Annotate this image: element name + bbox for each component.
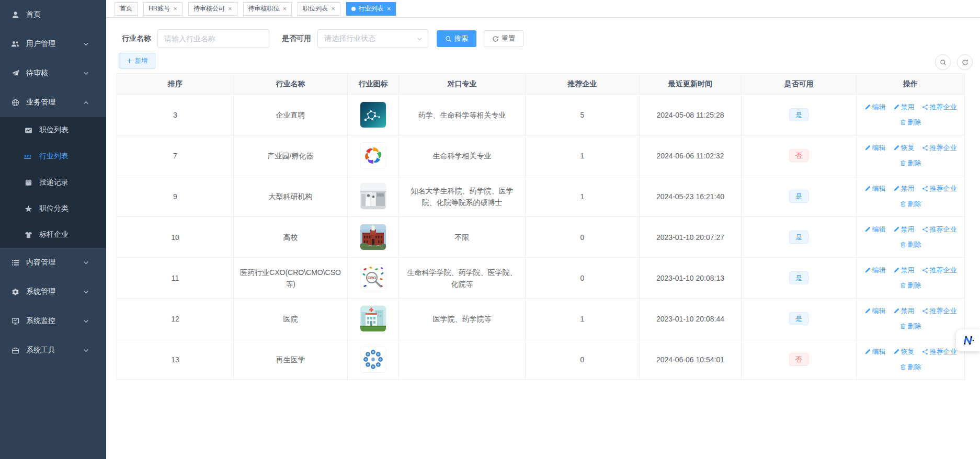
restore-link[interactable]: 恢复 (893, 346, 915, 358)
sidebar-item-system-tools[interactable]: 系统工具 (0, 336, 106, 365)
close-icon[interactable]: × (283, 5, 287, 12)
tab-pending-job[interactable]: 待审核职位× (243, 2, 292, 16)
disable-link-label: 禁用 (901, 224, 915, 235)
actions-line-1: 编辑禁用推荐企业 (863, 101, 958, 113)
actions-line-2: 删除 (863, 117, 958, 128)
refresh-table-button[interactable] (957, 54, 973, 70)
cell-recommend-count: 5 (526, 95, 640, 135)
recommend-companies-link[interactable]: 推荐企业 (922, 346, 957, 358)
sidebar-item-label: 首页 (26, 10, 41, 19)
status-label: 是否可用 (282, 34, 311, 43)
tab-home[interactable]: 首页 (115, 2, 138, 16)
tab-hr-account[interactable]: HR账号× (143, 2, 183, 16)
recommend-companies-link-label: 推荐企业 (930, 101, 957, 113)
recommend-companies-link[interactable]: 推荐企业 (922, 265, 957, 276)
cell-updated-at: 2023-01-10 20:08:13 (640, 258, 742, 299)
recommend-companies-link[interactable]: 推荐企业 (922, 305, 957, 317)
reset-button[interactable]: 重置 (484, 30, 523, 47)
toggle-search-button[interactable] (935, 54, 951, 70)
add-button[interactable]: 新增 (119, 53, 155, 68)
actions-line-2: 删除 (863, 239, 958, 250)
trash-icon (900, 364, 906, 370)
edit-link[interactable]: 编辑 (864, 142, 886, 154)
close-icon[interactable]: × (173, 5, 177, 12)
sidebar-item-system-management[interactable]: 系统管理 (0, 277, 106, 306)
sidebar-item-user-management[interactable]: 用户管理 (0, 29, 106, 59)
edit-icon (864, 186, 871, 192)
delete-link[interactable]: 删除 (900, 239, 921, 250)
edit-link[interactable]: 编辑 (864, 305, 886, 317)
delete-link-label: 删除 (908, 198, 921, 210)
tab-label: HR账号 (149, 4, 170, 13)
edit-link[interactable]: 编辑 (864, 101, 886, 113)
sidebar-item-home[interactable]: 首页 (0, 0, 106, 29)
disable-link[interactable]: 禁用 (893, 101, 915, 113)
close-icon[interactable]: × (331, 5, 335, 12)
restore-link[interactable]: 恢复 (893, 142, 915, 154)
edit-icon (893, 267, 899, 273)
disable-link[interactable]: 禁用 (893, 183, 915, 194)
recommend-companies-link[interactable]: 推荐企业 (922, 142, 957, 154)
tab-pending-company[interactable]: 待审核公司× (188, 2, 237, 16)
delete-link[interactable]: 删除 (900, 117, 921, 128)
sidebar: 首页用户管理待审核业务管理职位列表123行业列表投递记录职位分类标杆企业内容管理… (0, 0, 106, 459)
search-button-label: 搜索 (454, 34, 468, 43)
disable-link[interactable]: 禁用 (893, 224, 915, 235)
cell-recommend-count: 0 (526, 258, 640, 299)
delete-link[interactable]: 删除 (900, 198, 921, 210)
cell-major (399, 339, 526, 380)
sidebar-item-label: 业务管理 (26, 98, 55, 107)
close-icon[interactable]: × (387, 5, 391, 12)
edit-link[interactable]: 编辑 (864, 224, 886, 235)
sidebar-item-system-monitor[interactable]: 系统监控 (0, 306, 106, 336)
recommend-companies-link-label: 推荐企业 (930, 265, 957, 276)
tab-industry-list[interactable]: 行业列表× (346, 2, 396, 16)
disable-link[interactable]: 禁用 (893, 305, 915, 317)
sidebar-item-delivery-records[interactable]: 投递记录 (0, 169, 106, 196)
status-select[interactable]: 请选择行业状态 (317, 29, 428, 48)
star-icon (24, 205, 33, 213)
sidebar-item-benchmark-companies[interactable]: 标杆企业 (0, 222, 106, 248)
sidebar-menu: 首页用户管理待审核业务管理职位列表123行业列表投递记录职位分类标杆企业内容管理… (0, 0, 106, 365)
edit-link[interactable]: 编辑 (864, 346, 886, 358)
edit-link[interactable]: 编辑 (864, 265, 886, 276)
sidebar-item-pending-review[interactable]: 待审核 (0, 59, 106, 88)
users-icon (10, 40, 20, 48)
recommend-companies-link[interactable]: 推荐企业 (922, 101, 957, 113)
close-icon[interactable]: × (228, 5, 232, 12)
sidebar-item-job-list[interactable]: 职位列表 (0, 117, 106, 143)
cell-actions: 编辑禁用推荐企业删除 (857, 176, 965, 217)
disable-link[interactable]: 禁用 (893, 265, 915, 276)
sidebar-item-business-management[interactable]: 业务管理 (0, 88, 106, 117)
campus-photo (360, 224, 386, 250)
edit-link[interactable]: 编辑 (864, 183, 886, 194)
tags-view-bar: 首页HR账号×待审核公司×待审核职位×职位列表×行业列表× (106, 0, 980, 18)
delete-link[interactable]: 删除 (900, 361, 921, 373)
sidebar-item-industry-list[interactable]: 123行业列表 (0, 143, 106, 169)
tab-label: 行业列表 (359, 4, 384, 13)
floating-network-tool[interactable] (956, 329, 980, 351)
column-header-2: 行业图标 (348, 74, 399, 95)
recommend-companies-link[interactable]: 推荐企业 (922, 183, 957, 194)
tab-label: 首页 (120, 4, 132, 13)
disable-link-label: 禁用 (901, 101, 915, 113)
delete-link[interactable]: 删除 (900, 157, 921, 169)
sidebar-item-job-categories[interactable]: 职位分类 (0, 196, 106, 222)
calendar-icon (24, 179, 33, 187)
cell-major: 知名大学生科院、药学院、医学院、化院等院系的硕博士 (399, 176, 526, 217)
delete-link[interactable]: 删除 (900, 280, 921, 291)
chevron-down-icon (81, 260, 90, 266)
delete-link-label: 删除 (908, 320, 921, 332)
sidebar-item-label: 职位分类 (39, 204, 69, 213)
recommend-companies-link[interactable]: 推荐企业 (922, 224, 957, 235)
cell-actions: 编辑恢复推荐企业删除 (857, 339, 965, 380)
search-button[interactable]: 搜索 (437, 30, 476, 47)
search-icon (940, 59, 947, 66)
sidebar-item-content-management[interactable]: 内容管理 (0, 248, 106, 277)
share-icon (922, 267, 928, 273)
tab-job-list[interactable]: 职位列表× (298, 2, 340, 16)
delete-link[interactable]: 删除 (900, 320, 921, 332)
cro-pills: CRO (360, 265, 386, 291)
cell-actions: 编辑恢复推荐企业删除 (857, 135, 965, 176)
industry-name-input[interactable] (157, 29, 269, 48)
